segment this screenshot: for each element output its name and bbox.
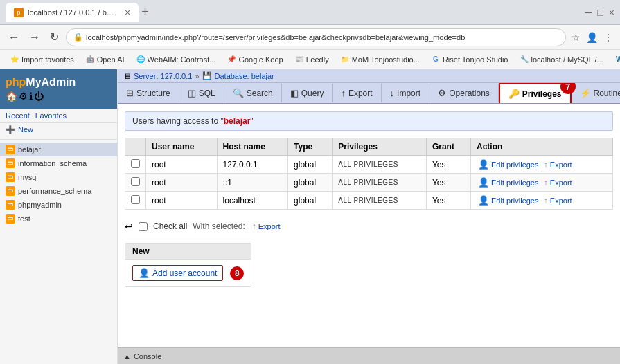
mom-icon: 📁: [340, 55, 350, 64]
address-bar[interactable]: 🔒 localhost/phpmyadmin/index.php?route=/…: [66, 28, 566, 46]
settings-sidebar-icon[interactable]: ⚙: [19, 91, 28, 102]
breadcrumb-server[interactable]: Server: 127.0.0.1: [134, 72, 192, 80]
row-checkbox[interactable]: [125, 156, 146, 174]
sidebar-new-btn[interactable]: ➕ New: [0, 123, 117, 136]
row-username: root: [146, 174, 218, 192]
tab-sql[interactable]: ◫ SQL: [179, 84, 224, 102]
nav-tabs: ⊞ Structure ◫ SQL 🔍 Search ◧ Query ↑ Exp…: [118, 83, 620, 104]
sidebar: phpMyAdmin 🏠 ⚙ ℹ ⏻ Recent Favorites ➕ Ne…: [0, 69, 118, 364]
bookmark-google-keep[interactable]: 📌 Google Keep: [222, 53, 287, 66]
bookmark-feedly[interactable]: 📰 Feedly: [290, 53, 333, 66]
tab-label: Query: [301, 89, 324, 98]
export-icon: ↑: [544, 160, 548, 170]
exit-icon[interactable]: ⏻: [34, 91, 44, 102]
tab-close-icon[interactable]: ×: [125, 7, 130, 18]
bookmark-localhost-mysql[interactable]: 🔧 localhost / MySQL /...: [515, 53, 608, 66]
tab-search[interactable]: 🔍 Search: [224, 84, 282, 102]
tab-query[interactable]: ◧ Query: [282, 84, 333, 102]
row-username: root: [146, 192, 218, 210]
col-type: Type: [288, 138, 333, 156]
db-icon: 🗃: [6, 172, 15, 182]
row-type: global: [288, 174, 333, 192]
new-tab-icon[interactable]: +: [141, 5, 149, 19]
settings-icon[interactable]: ⋮: [602, 30, 614, 44]
bookmark-webaim[interactable]: 🌐 WebAIM: Contrast...: [132, 53, 220, 66]
export-label: Export: [258, 222, 281, 230]
tab-routines[interactable]: ⚡ Routines: [572, 84, 620, 102]
window-controls[interactable]: ─□×: [585, 7, 614, 18]
row-checkbox[interactable]: [125, 192, 146, 210]
toolbar-icons: ☆ 👤 ⋮: [570, 30, 614, 44]
console-label: Console: [134, 352, 161, 361]
operations-icon: ⚙: [438, 88, 446, 98]
check-all-label[interactable]: Check all: [153, 221, 187, 231]
edit-privileges-button[interactable]: 👤 Edit privileges: [477, 194, 540, 206]
tab-favicon: p: [14, 8, 24, 17]
sidebar-item-mysql[interactable]: 🗃 mysql: [0, 170, 117, 184]
db-name-highlight: belajar: [224, 116, 251, 126]
info-text: Users having access to "belajar": [132, 116, 254, 126]
home-icon[interactable]: 🏠: [6, 91, 17, 102]
bookmark-import-favorites[interactable]: ⭐ Import favorites: [6, 53, 78, 66]
sidebar-item-belajar[interactable]: 🗃 belajar: [0, 143, 117, 156]
bookmark-open-ai[interactable]: 🤖 Open AI: [81, 53, 129, 66]
col-grant: Grant: [426, 138, 470, 156]
export-button[interactable]: ↑ Export: [542, 159, 574, 170]
star-icon[interactable]: ☆: [570, 30, 582, 44]
sidebar-item-information-schema[interactable]: 🗃 information_schema: [0, 156, 117, 170]
new-section: New 👤 Add user account 8: [125, 243, 251, 287]
webaim-icon: 🌐: [136, 55, 145, 64]
reload-button[interactable]: ↻: [47, 29, 62, 45]
sidebar-recent[interactable]: Recent: [6, 111, 30, 120]
sidebar-favorites[interactable]: Favorites: [35, 111, 67, 120]
check-all-checkbox[interactable]: [139, 222, 148, 231]
sql-icon: ◫: [188, 88, 196, 98]
bookmark-riset[interactable]: G Riset Tonjoo Studio: [427, 53, 513, 66]
tab-export[interactable]: ↑ Export: [333, 84, 381, 102]
user-edit-icon: 👤: [478, 159, 489, 170]
sidebar-item-test[interactable]: 🗃 test: [0, 212, 117, 226]
table-row: root 127.0.0.1 global ALL PRIVILEGES Yes…: [125, 156, 613, 174]
console-bar[interactable]: ▲ Console: [118, 347, 620, 364]
breadcrumb-database[interactable]: Database: belajar: [215, 72, 274, 80]
export-button[interactable]: ↑ Export: [542, 177, 574, 188]
add-user-label: Add user account: [152, 269, 217, 278]
app-container: phpMyAdmin 🏠 ⚙ ℹ ⏻ Recent Favorites ➕ Ne…: [0, 69, 620, 364]
bookmark-mom[interactable]: 📁 MoM Tonjoostudio...: [336, 53, 424, 66]
tab-structure[interactable]: ⊞ Structure: [118, 84, 179, 102]
db-icon: 🗃: [6, 158, 15, 168]
user-edit-icon: 👤: [478, 195, 489, 206]
info-icon[interactable]: ℹ: [29, 91, 33, 102]
row-privileges: ALL PRIVILEGES: [333, 156, 427, 174]
forward-button[interactable]: →: [26, 30, 43, 45]
row-grant: Yes: [426, 156, 470, 174]
col-action: Action: [471, 138, 613, 156]
edit-label: Edit privileges: [491, 161, 538, 169]
account-icon[interactable]: 👤: [585, 30, 599, 44]
bookmark-wp-admin[interactable]: W WP Admin: [610, 53, 620, 66]
db-icon: 🗃: [6, 186, 15, 196]
database-icon: 💾: [202, 71, 212, 80]
sidebar-item-phpmyadmin[interactable]: 🗃 phpmyadmin: [0, 198, 117, 212]
breadcrumb-sep: »: [195, 72, 199, 80]
add-user-account-button[interactable]: 👤 Add user account: [132, 265, 223, 281]
bookmark-label: Feedly: [306, 55, 329, 64]
tab-import[interactable]: ↓ Import: [382, 84, 430, 102]
export-button[interactable]: ↑ Export: [542, 195, 574, 206]
back-button[interactable]: ←: [6, 30, 22, 45]
row-hostname: 127.0.0.1: [217, 156, 288, 174]
tab-operations[interactable]: ⚙ Operations: [429, 84, 499, 102]
edit-privileges-button[interactable]: 👤 Edit privileges: [477, 158, 540, 170]
sidebar-item-performance-schema[interactable]: 🗃 performance_schema: [0, 184, 117, 198]
breadcrumb: 🖥 Server: 127.0.0.1 » 💾 Database: belaja…: [118, 69, 620, 83]
browser-tab[interactable]: p localhost / 127.0.0.1 / belajar | p ×: [6, 3, 139, 22]
tab-label: Structure: [136, 89, 170, 98]
server-icon: 🖥: [123, 72, 131, 80]
selected-export-button[interactable]: ↑ Export: [251, 221, 282, 232]
row-type: global: [288, 192, 333, 210]
tab-privileges[interactable]: 🔑 Privileges 7: [499, 83, 572, 104]
bookmark-label: localhost / MySQL /...: [531, 55, 603, 64]
row-checkbox[interactable]: [125, 174, 146, 192]
row-type: global: [288, 156, 333, 174]
edit-privileges-button[interactable]: 👤 Edit privileges: [477, 176, 540, 188]
